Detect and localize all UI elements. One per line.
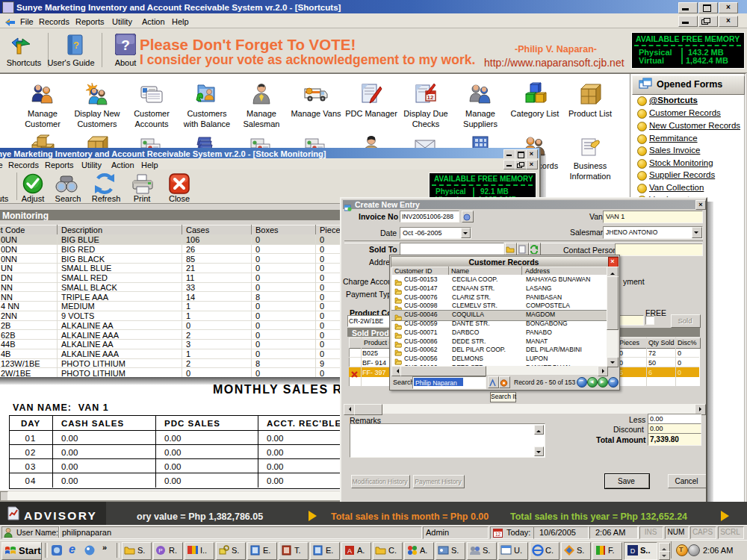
svg-text:12: 12	[427, 94, 434, 101]
svg-text:?: ?	[73, 40, 79, 51]
svg-text:12: 12	[495, 532, 501, 537]
svg-text:P: P	[158, 547, 162, 554]
svg-text:A: A	[347, 547, 352, 555]
svg-text:D: D	[630, 547, 636, 555]
svg-text:?: ?	[121, 37, 130, 53]
